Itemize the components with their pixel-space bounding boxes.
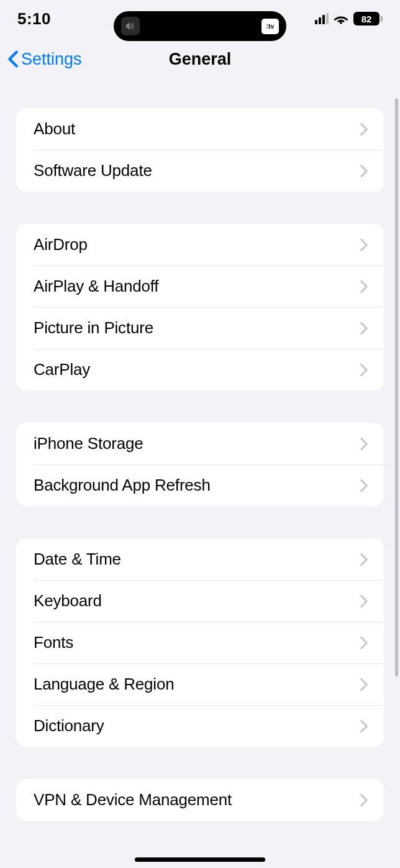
back-button[interactable]: Settings xyxy=(7,50,82,69)
chevron-right-icon xyxy=(360,479,368,492)
chevron-right-icon xyxy=(360,637,368,649)
row-date-time[interactable]: Date & Time xyxy=(16,538,384,580)
chevron-right-icon xyxy=(360,678,368,691)
row-label: Date & Time xyxy=(34,550,121,569)
row-picture-in-picture[interactable]: Picture in Picture xyxy=(16,307,384,349)
apple-tv-icon: tv xyxy=(261,19,279,34)
content-area: About Software Update AirDrop AirPlay & … xyxy=(0,81,400,821)
row-keyboard[interactable]: Keyboard xyxy=(16,580,384,622)
scroll-indicator[interactable] xyxy=(395,98,398,676)
chevron-right-icon xyxy=(360,720,368,732)
battery-level: 82 xyxy=(353,12,380,25)
row-label: CarPlay xyxy=(34,360,90,379)
row-carplay[interactable]: CarPlay xyxy=(16,349,384,390)
section-storage: iPhone Storage Background App Refresh xyxy=(16,423,384,506)
chevron-right-icon xyxy=(360,553,368,566)
row-airplay-handoff[interactable]: AirPlay & Handoff xyxy=(16,265,384,307)
row-label: VPN & Device Management xyxy=(34,790,232,810)
dynamic-island[interactable]: tv xyxy=(114,11,286,41)
row-background-app-refresh[interactable]: Background App Refresh xyxy=(16,464,384,506)
row-dictionary[interactable]: Dictionary xyxy=(16,705,384,747)
row-fonts[interactable]: Fonts xyxy=(16,622,384,663)
row-iphone-storage[interactable]: iPhone Storage xyxy=(16,423,384,464)
row-airdrop[interactable]: AirDrop xyxy=(16,224,384,265)
row-vpn-device-management[interactable]: VPN & Device Management xyxy=(16,779,384,821)
row-label: Language & Region xyxy=(34,675,174,694)
cellular-signal-icon xyxy=(315,13,329,24)
navigation-bar: Settings General xyxy=(0,37,400,81)
row-label: Keyboard xyxy=(34,591,102,611)
chevron-right-icon xyxy=(360,322,368,335)
row-label: Fonts xyxy=(34,633,73,652)
row-label: Software Update xyxy=(34,161,152,180)
chevron-right-icon xyxy=(360,280,368,293)
chevron-right-icon xyxy=(360,595,368,607)
row-label: AirPlay & Handoff xyxy=(34,277,158,296)
row-label: About xyxy=(34,119,75,139)
status-bar: 5:10 tv 82 xyxy=(0,0,400,37)
status-time: 5:10 xyxy=(17,9,51,29)
row-label: AirDrop xyxy=(34,235,88,254)
row-language-region[interactable]: Language & Region xyxy=(16,663,384,705)
row-label: Background App Refresh xyxy=(34,476,211,495)
chevron-right-icon xyxy=(360,364,368,376)
section-vpn: VPN & Device Management xyxy=(16,779,384,821)
speaker-icon xyxy=(121,17,140,35)
section-airdrop: AirDrop AirPlay & Handoff Picture in Pic… xyxy=(16,224,384,390)
home-indicator[interactable] xyxy=(135,857,265,862)
row-software-update[interactable]: Software Update xyxy=(16,150,384,192)
row-label: iPhone Storage xyxy=(34,434,143,453)
section-system: Date & Time Keyboard Fonts Language & Re… xyxy=(16,538,384,747)
section-about: About Software Update xyxy=(16,108,384,192)
battery-indicator: 82 xyxy=(353,12,383,25)
row-label: Dictionary xyxy=(34,716,104,736)
chevron-right-icon xyxy=(360,165,368,177)
chevron-right-icon xyxy=(360,794,368,806)
row-about[interactable]: About xyxy=(16,108,384,150)
page-title: General xyxy=(169,50,232,69)
status-indicators: 82 xyxy=(315,12,383,25)
row-label: Picture in Picture xyxy=(34,318,153,338)
back-label: Settings xyxy=(21,50,82,69)
chevron-left-icon xyxy=(7,50,19,68)
chevron-right-icon xyxy=(360,123,368,136)
chevron-right-icon xyxy=(360,438,368,450)
chevron-right-icon xyxy=(360,239,368,251)
wifi-icon xyxy=(334,13,348,24)
